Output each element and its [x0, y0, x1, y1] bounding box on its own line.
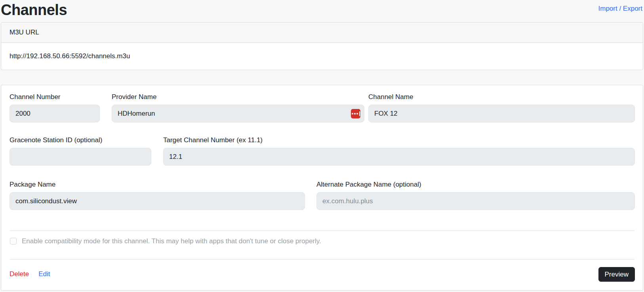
gracenote-input[interactable]	[10, 148, 151, 166]
target-channel-group: Target Channel Number (ex 11.1)	[163, 136, 635, 166]
divider	[10, 231, 634, 231]
delete-link[interactable]: Delete	[10, 270, 29, 278]
form-row-2: Gracenote Station ID (optional) Target C…	[10, 136, 635, 166]
package-name-group: Package Name	[10, 181, 305, 210]
channel-name-group: Channel Name	[368, 93, 635, 122]
lastpass-dot	[352, 113, 353, 115]
preview-button[interactable]: Preview	[598, 267, 635, 282]
divider	[10, 259, 634, 260]
provider-name-input-wrap	[112, 105, 364, 122]
package-name-label: Package Name	[10, 181, 305, 189]
form-row-1: Channel Number Provider Name Channel Nam…	[10, 93, 635, 122]
compatibility-label: Enable compatibility mode for this chann…	[22, 237, 321, 246]
channel-name-label: Channel Name	[368, 93, 635, 101]
page-title: Channels	[1, 2, 67, 17]
lastpass-icon[interactable]	[351, 109, 360, 118]
channel-form-card: Channel Number Provider Name Channel Nam…	[1, 85, 643, 291]
provider-name-input[interactable]	[112, 105, 364, 122]
target-channel-label: Target Channel Number (ex 11.1)	[163, 136, 635, 144]
alt-package-input[interactable]	[316, 192, 635, 210]
target-channel-input[interactable]	[163, 148, 635, 166]
import-export-link[interactable]: Import / Export	[598, 5, 642, 17]
gracenote-label: Gracenote Station ID (optional)	[10, 136, 151, 144]
m3u-card-header: M3U URL	[1, 23, 643, 43]
m3u-url-value: http://192.168.50.66:5592/channels.m3u	[1, 43, 643, 70]
channel-number-group: Channel Number	[10, 93, 100, 122]
channel-name-input[interactable]	[368, 105, 635, 122]
package-name-input[interactable]	[10, 192, 305, 210]
alt-package-group: Alternate Package Name (optional)	[316, 181, 635, 210]
edit-link[interactable]: Edit	[38, 270, 50, 278]
lastpass-bar	[359, 111, 360, 116]
actions-row: Delete Edit Preview	[10, 265, 635, 283]
channels-page: Channels Import / Export M3U URL http://…	[1, 0, 643, 291]
channel-number-label: Channel Number	[10, 93, 100, 101]
provider-name-group: Provider Name	[112, 93, 364, 122]
compatibility-row: Enable compatibility mode for this chann…	[10, 237, 635, 246]
compatibility-checkbox[interactable]	[10, 238, 17, 244]
page-header: Channels Import / Export	[1, 0, 643, 17]
lastpass-dot	[356, 113, 358, 115]
alt-package-label: Alternate Package Name (optional)	[316, 181, 635, 189]
gracenote-group: Gracenote Station ID (optional)	[10, 136, 151, 166]
channel-number-input[interactable]	[10, 105, 100, 122]
provider-name-label: Provider Name	[112, 93, 364, 101]
lastpass-dot	[354, 113, 356, 115]
m3u-url-card: M3U URL http://192.168.50.66:5592/channe…	[1, 22, 643, 70]
form-row-3: Package Name Alternate Package Name (opt…	[10, 181, 635, 210]
